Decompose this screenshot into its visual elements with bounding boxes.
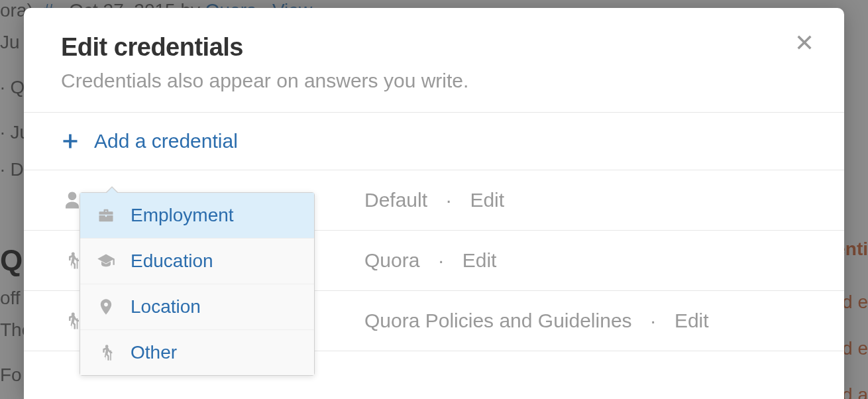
dropdown-item-education[interactable]: Education — [80, 239, 314, 284]
plus-icon — [61, 132, 80, 150]
credential-tag: Quora Policies and Guidelines — [364, 310, 632, 332]
modal-subtitle: Credentials also appear on answers you w… — [61, 70, 807, 92]
briefcase-icon — [96, 205, 116, 225]
dropdown-item-employment[interactable]: Employment — [80, 193, 314, 239]
credential-tag: Default — [364, 189, 427, 211]
edit-link[interactable]: Edit — [675, 310, 709, 332]
credential-type-dropdown: Employment Education Location Other — [80, 192, 315, 376]
add-credential-button[interactable]: Add a credential — [24, 113, 844, 170]
dropdown-item-location[interactable]: Location — [80, 284, 314, 330]
dropdown-item-label: Education — [131, 251, 213, 272]
dropdown-item-label: Employment — [131, 205, 234, 226]
close-button[interactable] — [792, 30, 816, 54]
walker-icon — [96, 343, 116, 363]
separator-dot: · — [651, 310, 656, 332]
separator-dot: · — [438, 249, 443, 272]
dropdown-item-other[interactable]: Other — [80, 330, 314, 375]
credential-tag: Quora — [364, 249, 419, 272]
add-credential-label: Add a credential — [94, 130, 238, 152]
edit-link[interactable]: Edit — [462, 249, 497, 272]
dropdown-item-label: Other — [131, 342, 177, 363]
separator-dot: · — [446, 189, 451, 211]
graduation-cap-icon — [96, 251, 116, 271]
dropdown-item-label: Location — [131, 296, 201, 317]
modal-title: Edit credentials — [61, 33, 807, 62]
location-pin-icon — [96, 297, 116, 317]
close-icon — [795, 33, 814, 52]
edit-link[interactable]: Edit — [470, 189, 504, 211]
modal-header: Edit credentials Credentials also appear… — [24, 8, 844, 113]
